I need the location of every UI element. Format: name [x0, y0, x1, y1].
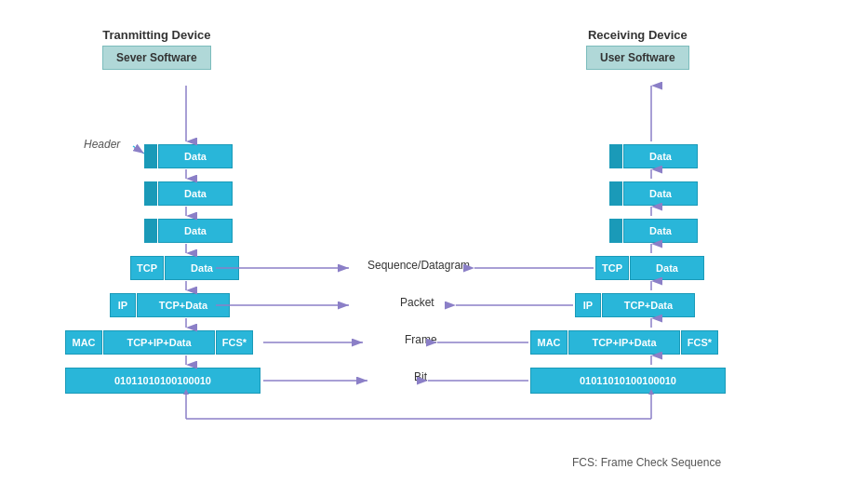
right-bits: 01011010100100010	[530, 368, 726, 394]
fcs-note: FCS: Frame Check Sequence	[572, 456, 721, 469]
transmitting-title: Tranmitting Device	[102, 28, 211, 42]
right-tcpipdata: TCP+IP+Data	[568, 330, 680, 355]
right-tcp: TCP	[595, 256, 629, 280]
bit-label: Bit	[414, 370, 427, 383]
right-row1-small	[609, 144, 622, 168]
left-bits: 01011010100100010	[65, 368, 260, 394]
left-row2: Data	[144, 181, 233, 206]
network-diagram: Tranmitting Device Sever Software Receiv…	[0, 0, 868, 496]
right-row1: Data	[609, 144, 698, 168]
left-row1: Data	[144, 144, 233, 168]
right-row2: Data	[609, 181, 698, 206]
right-tcpdata: TCP+Data	[602, 293, 695, 317]
left-ip: IP	[110, 293, 136, 317]
receiving-title: Receiving Device	[586, 28, 689, 42]
left-row6: MAC TCP+IP+Data FCS*	[65, 330, 253, 355]
right-ip: IP	[575, 293, 601, 317]
right-row3-small	[609, 219, 622, 243]
left-fcs: FCS*	[216, 330, 253, 355]
right-row4-data: Data	[630, 256, 704, 280]
arrows-svg	[0, 0, 868, 496]
left-row5: IP TCP+Data	[110, 293, 230, 317]
left-row7: 01011010100100010	[65, 368, 260, 394]
frame-label: Frame	[405, 333, 437, 346]
left-tcpipdata: TCP+IP+Data	[103, 330, 215, 355]
left-row4: TCP Data	[130, 256, 239, 280]
left-mac: MAC	[65, 330, 102, 355]
right-row3-data: Data	[623, 219, 698, 243]
left-tcpdata: TCP+Data	[137, 293, 230, 317]
left-row1-small	[144, 144, 157, 168]
left-tcp: TCP	[130, 256, 164, 280]
header-label: Header	[84, 138, 120, 151]
left-row2-small	[144, 181, 157, 206]
right-row4: TCP Data	[595, 256, 704, 280]
packet-label: Packet	[400, 296, 434, 309]
right-row2-small	[609, 181, 622, 206]
left-row1-data: Data	[158, 144, 233, 168]
right-row6: MAC TCP+IP+Data FCS*	[530, 330, 718, 355]
left-row3-data: Data	[158, 219, 233, 243]
left-row2-data: Data	[158, 181, 233, 206]
right-fcs: FCS*	[681, 330, 718, 355]
svg-line-31	[133, 146, 144, 154]
left-row3-small	[144, 219, 157, 243]
right-row7: 01011010100100010	[530, 368, 726, 394]
receiving-software: User Software	[586, 46, 689, 70]
right-row2-data: Data	[623, 181, 698, 206]
left-row4-data: Data	[165, 256, 239, 280]
transmitting-software: Sever Software	[102, 46, 211, 70]
receiving-device: Receiving Device User Software	[586, 28, 689, 70]
left-row3: Data	[144, 219, 233, 243]
right-mac: MAC	[530, 330, 568, 355]
sequence-label: Sequence/Datagram	[367, 259, 470, 272]
transmitting-device: Tranmitting Device Sever Software	[102, 28, 211, 70]
right-row3: Data	[609, 219, 698, 243]
right-row1-data: Data	[623, 144, 698, 168]
right-row5: IP TCP+Data	[575, 293, 695, 317]
